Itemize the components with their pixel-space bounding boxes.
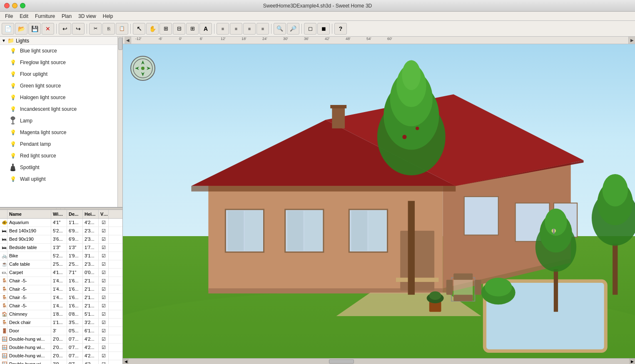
table-row[interactable]: 🏠 Chimney 1'8... 0'8... 5'1... ☑ [0,310,122,319]
menu-edit[interactable]: Edit [16,12,32,20]
row-vis[interactable]: ☑ [99,294,109,302]
row-vis[interactable]: ☑ [99,352,109,360]
red-label: Red light source [20,153,56,159]
table-row[interactable]: 🪑 Chair -5- 1'4... 1'6... 2'1... ☑ [0,285,122,294]
tree-item-blue-light[interactable]: 💡 Blue light source [0,45,122,57]
blue-light-label: Blue light source [20,48,57,54]
zoom-out-button[interactable]: 🔎 [287,23,299,35]
menu-file[interactable]: File [2,12,16,20]
menu-3dview[interactable]: 3D view [75,12,100,20]
aerial-view-button[interactable]: ◼ [317,23,330,35]
table-row[interactable]: 🪑 Chair -5- 1'4... 1'6... 2'1... ☑ [0,277,122,285]
select-button[interactable]: ↖ [133,23,145,35]
compass[interactable] [130,56,155,81]
table-row[interactable]: 🐠 Aquarium 4'1" 1'1... 4'2... ☑ [0,219,122,227]
tree-item-fireglow[interactable]: 💡 Fireglow light source [0,57,122,68]
viewport-hscrollbar[interactable]: ◀ ▶ [123,358,635,364]
hscroll-thumb[interactable] [329,359,354,364]
row-vis[interactable]: ☑ [99,219,109,227]
3d-view-button[interactable]: ◻ [304,23,316,35]
help-button[interactable]: ? [334,23,347,35]
tree-item-halogen[interactable]: 💡 Halogen light source [0,92,122,103]
add-furniture-button[interactable]: ⊞ [159,23,172,35]
ruler-scroll-right[interactable]: ▶ [628,37,635,44]
row-width: 2'5... [51,260,67,268]
hscroll-left[interactable]: ◀ [123,359,129,364]
table-row[interactable]: 🪑 Chair -5- 1'4... 1'6... 2'1... ☑ [0,302,122,310]
new-button[interactable]: 📄 [2,23,14,35]
table-row[interactable]: 🪟 Double-hung wi... 2'0... 0'7... 4'2...… [0,360,122,364]
zoom-in-button[interactable]: 🔍 [274,23,286,35]
row-vis[interactable]: ☑ [99,327,109,335]
align-left-button[interactable]: ≡ [217,23,229,35]
row-vis[interactable]: ☑ [99,260,109,268]
tree-item-spotlight[interactable]: Spotlight [0,162,122,173]
hscroll-right[interactable]: ▶ [629,359,635,364]
row-vis[interactable]: ☑ [99,360,109,364]
table-row[interactable]: ▭ Carpet 4'1... 7'1" 0'0... ☑ [0,269,122,277]
furniture-tree[interactable]: ▼ 📁 Lights 💡 Blue light source 💡 Fireglo… [0,37,122,207]
tree-item-pendant[interactable]: 💡 Pendant lamp [0,138,122,150]
add-wall-button[interactable]: ⊞ [186,23,199,35]
cut-button[interactable]: ✂ [89,23,102,35]
window-controls [4,3,25,8]
table-row[interactable]: 🪟 Double-hung wi... 2'0... 0'7... 4'2...… [0,352,122,360]
table-row[interactable]: 🛏 Bedside table 1'3" 1'3" 1'7... ☑ [0,244,122,252]
row-vis[interactable]: ☑ [99,310,109,318]
row-vis[interactable]: ☑ [99,244,109,252]
row-vis[interactable]: ☑ [99,277,109,285]
table-row[interactable]: ☕ Cafe table 2'5... 2'5... 2'3... ☑ [0,260,122,269]
tree-item-lamp[interactable]: Lamp [0,115,122,127]
add-room-button[interactable]: ⊟ [173,23,185,35]
add-text-button[interactable]: A [199,23,212,35]
table-row[interactable]: 🛏 Bed 140x190 5'2... 6'9... 2'3... ☑ [0,227,122,235]
tree-header-lights[interactable]: ▼ 📁 Lights [0,37,122,45]
save-button[interactable]: 💾 [28,23,41,35]
delete-button[interactable]: ✕ [42,23,54,35]
row-vis[interactable]: ☑ [99,252,109,260]
align-right-button[interactable]: ≡ [243,23,256,35]
copy-button[interactable]: ⎘ [102,23,115,35]
tree-item-incandescent[interactable]: 💡 Incandescent light source [0,103,122,115]
row-vis[interactable]: ☑ [99,269,109,277]
row-width: 2'0... [51,352,67,360]
tree-item-red[interactable]: 💡 Red light source [0,150,122,162]
table-row[interactable]: 🪑 Chair -5- 1'4... 1'6... 2'1... ☑ [0,294,122,302]
close-button[interactable] [4,3,10,8]
row-width: 1'8... [51,310,67,318]
row-vis[interactable]: ☑ [99,335,109,343]
maximize-button[interactable] [20,3,25,8]
3d-viewport[interactable]: ◀ -12' -6' 0' 6' 12' 18' 24' 30' 36' [123,37,635,364]
menu-help[interactable]: Help [100,12,117,20]
tree-item-wall-uplight[interactable]: 💡 Wall uplight [0,173,122,185]
table-row[interactable]: 🪟 Double-hung wi... 2'0... 0'7... 4'2...… [0,344,122,352]
row-vis[interactable]: ☑ [99,235,109,243]
row-vis[interactable]: ☑ [99,344,109,352]
pan-button[interactable]: ✋ [146,23,159,35]
row-width: 4'1... [51,269,67,277]
ruler-scroll-left[interactable]: ◀ [125,37,131,44]
align-center-button[interactable]: ≡ [230,23,242,35]
paste-button[interactable]: 📋 [116,23,128,35]
table-row[interactable]: 🚲 Bike 5'2... 1'9... 3'1... ☑ [0,252,122,260]
table-row[interactable]: 🪑 Deck chair 1'1... 3'5... 3'2... ☑ [0,319,122,327]
svg-rect-24 [287,211,304,251]
menu-furniture[interactable]: Furniture [32,12,58,20]
sep1 [56,24,57,34]
open-button[interactable]: 📂 [15,23,27,35]
redo-button[interactable]: ↪ [72,23,85,35]
row-vis[interactable]: ☑ [99,319,109,327]
menu-plan[interactable]: Plan [58,12,75,20]
table-row[interactable]: 🚪 Door 3' 0'5... 6'1... ☑ [0,327,122,335]
row-vis[interactable]: ☑ [99,227,109,235]
tree-item-green-light[interactable]: 💡 Green light source [0,80,122,92]
tree-item-floor-uplight[interactable]: 💡 Floor uplight [0,68,122,80]
table-row[interactable]: 🛏 Bed 90x190 3'6... 6'9... 2'3... ☑ [0,235,122,244]
minimize-button[interactable] [12,3,17,8]
align-bottom-button[interactable]: ≡ [256,23,269,35]
row-vis[interactable]: ☑ [99,302,109,310]
table-row[interactable]: 🪟 Double-hung wi... 2'0... 0'7... 4'2...… [0,335,122,344]
row-vis[interactable]: ☑ [99,285,109,293]
undo-button[interactable]: ↩ [59,23,71,35]
tree-item-magenta[interactable]: 💡 Magenta light source [0,127,122,138]
